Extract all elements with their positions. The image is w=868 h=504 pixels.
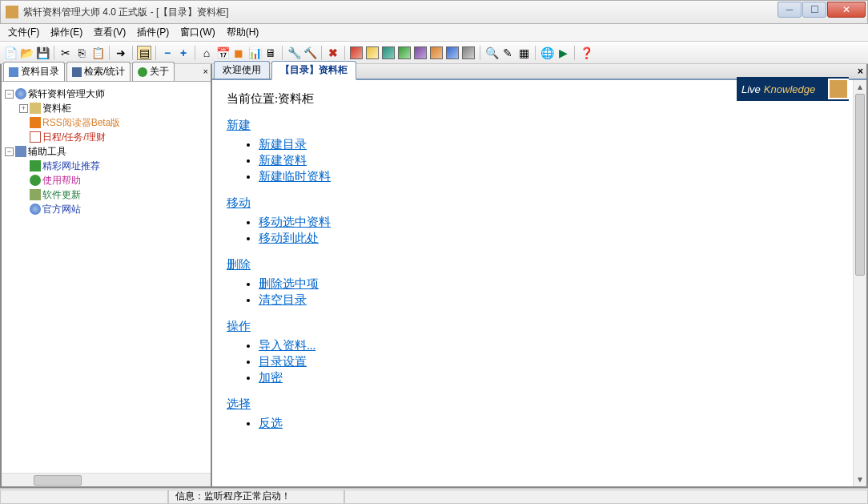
list-view-icon[interactable]: ▤ xyxy=(137,46,151,60)
scroll-thumb[interactable] xyxy=(855,94,865,276)
tab-close-icon[interactable]: × xyxy=(858,66,863,77)
menu-operate[interactable]: 操作(E) xyxy=(46,24,87,41)
color-teal-icon[interactable] xyxy=(381,46,396,60)
tree-item-rss[interactable]: RSS阅读器Beta版 xyxy=(19,115,209,130)
menu-window[interactable]: 窗口(W) xyxy=(175,24,219,41)
color-yellow-icon[interactable] xyxy=(365,46,380,60)
open-icon[interactable]: 📂 xyxy=(19,46,34,60)
link-move-here[interactable]: 移动到此处 xyxy=(259,232,319,244)
expander-icon[interactable]: − xyxy=(5,90,14,99)
section-select[interactable]: 选择 xyxy=(227,397,251,410)
tree-label: 紫轩资料管理大师 xyxy=(28,87,105,101)
close-button[interactable]: ✕ xyxy=(827,2,866,18)
calendar-icon[interactable]: 📅 xyxy=(215,46,230,60)
link-encrypt[interactable]: 加密 xyxy=(259,371,283,384)
play-icon[interactable]: ▶ xyxy=(556,46,570,60)
link-move-sel[interactable]: 移动选中资料 xyxy=(259,216,331,228)
link-new-temp[interactable]: 新建临时资料 xyxy=(259,170,331,183)
menu-bar: 文件(F) 操作(E) 查看(V) 插件(P) 窗口(W) 帮助(H) xyxy=(0,24,868,42)
tree-item-help[interactable]: 使用帮助 xyxy=(19,173,209,187)
tree-label: 软件更新 xyxy=(42,187,81,202)
delete-icon[interactable]: ✖ xyxy=(326,46,340,60)
tree-view[interactable]: − 紫轩资料管理大师 + 资料柜 RSS阅读器Beta xyxy=(2,82,211,473)
edit-icon[interactable]: ✎ xyxy=(500,46,515,60)
tool1-icon[interactable]: 🔧 xyxy=(287,46,301,60)
minimize-button[interactable]: ─ xyxy=(778,2,802,18)
maximize-button[interactable]: ☐ xyxy=(802,2,826,18)
sidebar-tab-catalog[interactable]: 资料目录 xyxy=(3,62,65,81)
globe-icon xyxy=(15,88,26,99)
banner: Live Knowledge xyxy=(737,77,849,101)
section-delete[interactable]: 删除 xyxy=(227,258,251,271)
link-dir-set[interactable]: 目录设置 xyxy=(259,355,307,368)
color-gray-icon[interactable] xyxy=(461,46,476,60)
paste-icon[interactable]: 📋 xyxy=(90,46,105,60)
color-red-icon[interactable] xyxy=(349,46,364,60)
sidebar-hscrollbar[interactable] xyxy=(2,473,211,486)
scroll-down-icon[interactable]: ▾ xyxy=(854,473,866,486)
link-new-dir[interactable]: 新建目录 xyxy=(259,138,307,151)
color-orange-icon[interactable] xyxy=(429,46,444,60)
status-message: 信息：监听程序正常启动！ xyxy=(168,490,344,504)
window-title: 紫轩资料管理大师 4.0 正式版 - [【目录】资料柜] xyxy=(23,6,777,19)
info-icon xyxy=(138,67,147,77)
expander-icon[interactable]: − xyxy=(5,147,14,156)
tool2-icon[interactable]: 🔨 xyxy=(303,46,317,60)
doc-icon xyxy=(9,67,18,77)
banner-text2: Knowledge xyxy=(764,83,815,95)
menu-help[interactable]: 帮助(H) xyxy=(222,24,264,41)
section-move[interactable]: 移动 xyxy=(227,196,251,209)
section-operate[interactable]: 操作 xyxy=(227,320,251,333)
screen-icon[interactable]: 🖥 xyxy=(263,46,278,60)
tree-tools[interactable]: − 辅助工具 xyxy=(5,144,209,159)
expander-icon[interactable]: + xyxy=(19,104,28,113)
cut-icon[interactable]: ✂ xyxy=(58,46,73,60)
link-import[interactable]: 导入资料... xyxy=(259,339,315,352)
new-file-icon[interactable]: 📄 xyxy=(3,46,18,60)
status-bar: 信息：监听程序正常启动！ xyxy=(0,488,868,504)
sidebar-tabs: 资料目录 检索/统计 关于 × xyxy=(2,64,211,82)
tree-root[interactable]: − 紫轩资料管理大师 xyxy=(5,87,209,101)
chart-icon[interactable]: 📊 xyxy=(247,46,262,60)
tree-item-cabinet[interactable]: + 资料柜 xyxy=(19,101,209,115)
color-purple-icon[interactable] xyxy=(413,46,428,60)
page-content: 当前位置:资料柜 新建 新建目录 新建资料 新建临时资料 移动 移动选中资料 移… xyxy=(212,80,853,486)
menu-plugin[interactable]: 插件(P) xyxy=(132,24,174,41)
rss-icon[interactable]: ◼ xyxy=(231,46,246,60)
status-right xyxy=(344,490,868,504)
link-del-sel[interactable]: 删除选中项 xyxy=(259,277,319,290)
export-icon[interactable]: ➜ xyxy=(114,46,128,60)
globe-icon[interactable]: 🌐 xyxy=(540,46,554,60)
scroll-up-icon[interactable]: ▴ xyxy=(854,80,866,94)
banner-logo-icon xyxy=(828,79,849,99)
link-clear-dir[interactable]: 清空目录 xyxy=(259,293,307,306)
search-icon[interactable]: 🔍 xyxy=(484,46,499,60)
sidebar-tab-search[interactable]: 检索/统计 xyxy=(66,62,131,81)
minus-icon[interactable]: − xyxy=(160,46,175,60)
props-icon[interactable]: ▦ xyxy=(516,46,531,60)
save-icon[interactable]: 💾 xyxy=(35,46,50,60)
tree-item-schedule[interactable]: 日程/任务/理财 xyxy=(19,130,209,144)
content-vscrollbar[interactable]: ▴ ▾ xyxy=(853,80,866,486)
copy-icon[interactable]: ⎘ xyxy=(74,46,89,60)
tree-item-website[interactable]: 官方网站 xyxy=(19,202,209,216)
section-new[interactable]: 新建 xyxy=(227,119,251,131)
sidebar-tab-about[interactable]: 关于 xyxy=(132,62,175,81)
help-icon[interactable]: ❓ xyxy=(579,46,593,60)
globe-icon xyxy=(30,204,41,215)
color-blue-icon[interactable] xyxy=(445,46,460,60)
cabinet-icon xyxy=(30,103,41,114)
plus-icon[interactable]: + xyxy=(176,46,191,60)
home-icon[interactable]: ⌂ xyxy=(199,46,214,60)
tree-item-links[interactable]: 精彩网址推荐 xyxy=(19,159,209,173)
tree-item-update[interactable]: 软件更新 xyxy=(19,187,209,202)
menu-file[interactable]: 文件(F) xyxy=(3,24,44,41)
link-inverse[interactable]: 反选 xyxy=(259,417,283,429)
tab-welcome[interactable]: 欢迎使用 xyxy=(214,61,270,79)
color-green-icon[interactable] xyxy=(397,46,412,60)
sidebar-close-icon[interactable]: × xyxy=(203,67,208,76)
tab-catalog[interactable]: 【目录】资料柜 xyxy=(271,61,356,80)
menu-view[interactable]: 查看(V) xyxy=(89,24,131,41)
link-new-data[interactable]: 新建资料 xyxy=(259,154,307,167)
update-icon xyxy=(30,189,41,200)
